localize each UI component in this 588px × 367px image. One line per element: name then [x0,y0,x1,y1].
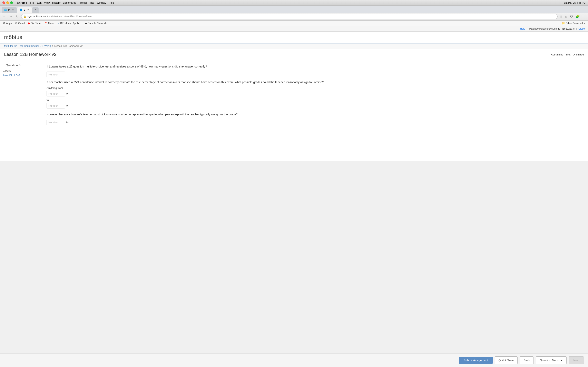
bookmark-byu[interactable]: Y BYU-Idaho Applic... [56,21,83,25]
bookmark-gmail[interactable]: ✉ Gmail [14,21,26,25]
remaining-time-label: Remaining Time: [551,53,571,56]
question-2-text: If her teacher used a 95% confidence int… [47,80,582,84]
breadcrumb-separator: / [52,45,53,48]
bookmark-sample[interactable]: ◆ Sample Class Mo... [84,21,111,25]
menu-file[interactable]: File [30,1,35,4]
q2-from-input-group: % [47,91,582,96]
mac-menu: File Edit View History Bookmarks Profile… [30,1,114,4]
datetime: Sat Mar 25 4:46 PM [564,1,586,4]
q2-from-input[interactable] [47,91,65,96]
apps-icon: ⊞ [3,22,5,25]
separator-2: | [576,27,577,30]
close-button[interactable] [2,1,5,4]
toolbar-actions: ⬆ ☆ 🛡 🧩 ⋮ [559,14,586,19]
tab-1-label: M [8,8,10,11]
q3-unit: % [66,121,69,124]
breadcrumb-course[interactable]: Math for the Real World: Section 71 (WI2… [4,45,51,48]
confidence-section: If her teacher used a 95% confidence int… [47,80,582,108]
new-tab-icon: + [35,8,36,11]
q2-to-unit: % [66,104,69,107]
sidebar: − Question 8 1 point How Did I Do? [0,59,41,161]
remaining-time: Remaining Time: Unlimited [551,53,584,56]
mobius-header: möbius [0,32,588,43]
gmail-icon: ✉ [15,22,17,25]
q3-number-input[interactable] [47,120,65,125]
q3-input-group: % [47,120,582,125]
tab-1[interactable]: 🌐 M ✕ [2,7,17,13]
to-label: to [47,99,582,101]
q3-section: However, because Loraine's teacher must … [47,112,582,125]
page-header: Lesson 12B Homework v2 Remaining Time: U… [0,49,588,59]
forward-nav-button[interactable]: → [8,14,13,19]
question-title-row: − Question 8 [3,63,37,67]
bookmark-star-icon[interactable]: ☆ [564,14,568,19]
url-text: byui.mobius.cloud/modules/unproctaredTes… [27,15,555,18]
question-number: Question 8 [6,63,21,67]
question-content: If Loraine takes a 25 question multiple … [41,59,588,161]
bookmark-gmail-label: Gmail [18,22,25,25]
menu-window[interactable]: Window [96,1,106,4]
reload-button[interactable]: ↻ [15,14,20,19]
q1-number-input[interactable] [47,72,65,77]
help-link[interactable]: Help [520,27,525,30]
how-did-i-do-link[interactable]: How Did I Do? [3,74,20,77]
other-bookmarks[interactable]: 📁 Other Bookmarks [560,21,586,25]
url-path: /modules/unproctaredTest.QuestionSheet [47,15,92,18]
collapse-icon[interactable]: − [3,64,5,67]
mac-title-bar: Chrome File Edit View History Bookmarks … [0,0,588,6]
mobius-logo: möbius [4,34,584,40]
menu-profiles[interactable]: Profiles [79,1,87,4]
chrome-nav-row: ← → ↻ 🔒 byui.mobius.cloud/modules/unproc… [2,14,586,19]
tabs-row: 🌐 M ✕ 📘 B ✕ + [0,6,588,13]
tab-2-label: B [24,8,25,11]
menu-edit[interactable]: Edit [37,1,42,4]
menu-bookmarks[interactable]: Bookmarks [63,1,76,4]
maximize-button[interactable] [10,1,13,4]
shield-icon[interactable]: 🛡 [569,14,574,19]
menu-view[interactable]: View [44,1,50,4]
bookmark-apps[interactable]: ⊞ Apps [2,21,13,25]
chrome-toolbar: ← → ↻ 🔒 byui.mobius.cloud/modules/unproc… [0,13,588,21]
user-info: Malerato Reitumetse Dennis (415292203) [529,27,575,30]
youtube-icon: ▶ [28,22,30,25]
q2-to-input[interactable] [47,103,65,108]
menu-tab[interactable]: Tab [90,1,94,4]
folder-icon: 📁 [562,22,565,25]
tab-1-close[interactable]: ✕ [11,8,14,11]
tab-1-favicon: 🌐 [4,8,7,11]
maps-icon: 📍 [44,22,47,25]
bookmark-maps-label: Maps [48,22,54,25]
bookmark-youtube[interactable]: ▶ YouTube [27,21,42,25]
menu-icon[interactable]: ⋮ [581,14,586,19]
byu-icon: Y [58,22,60,25]
sample-icon: ◆ [85,22,87,25]
tab-2-favicon: 📘 [20,8,22,11]
menu-history[interactable]: History [52,1,60,4]
lock-icon: 🔒 [24,15,26,18]
tab-2-close[interactable]: ✕ [26,8,29,11]
url-base: byui.mobius.cloud [27,15,47,18]
bookmark-maps[interactable]: 📍 Maps [43,21,56,25]
close-link[interactable]: Close [579,27,585,30]
share-icon[interactable]: ⬆ [559,14,563,19]
bookmark-apps-label: Apps [6,22,12,25]
address-bar[interactable]: 🔒 byui.mobius.cloud/modules/unproctaredT… [21,14,558,19]
bookmark-sample-label: Sample Class Mo... [88,22,109,25]
other-bookmarks-label: Other Bookmarks [566,22,585,25]
app-name: Chrome [17,1,27,4]
new-tab-button[interactable]: + [32,7,39,13]
content-layout: − Question 8 1 point How Did I Do? If Lo… [0,59,588,161]
separator-1: | [527,27,527,30]
tab-2[interactable]: 📘 B ✕ [17,7,32,13]
menu-help[interactable]: Help [109,1,114,4]
breadcrumb-assignment: Lesson 12B Homework v2 [54,45,83,48]
minimize-button[interactable] [6,1,9,4]
remaining-time-value: Unlimited [573,53,584,56]
breadcrumb: Math for the Real World: Section 71 (WI2… [0,43,588,49]
extension-icon[interactable]: 🧩 [575,14,581,19]
back-nav-button[interactable]: ← [2,14,7,19]
q1-input-group [47,72,582,77]
traffic-lights [2,1,13,4]
bookmark-youtube-label: YouTube [31,22,41,25]
question-3-text: However, because Loraine's teacher must … [47,112,582,117]
